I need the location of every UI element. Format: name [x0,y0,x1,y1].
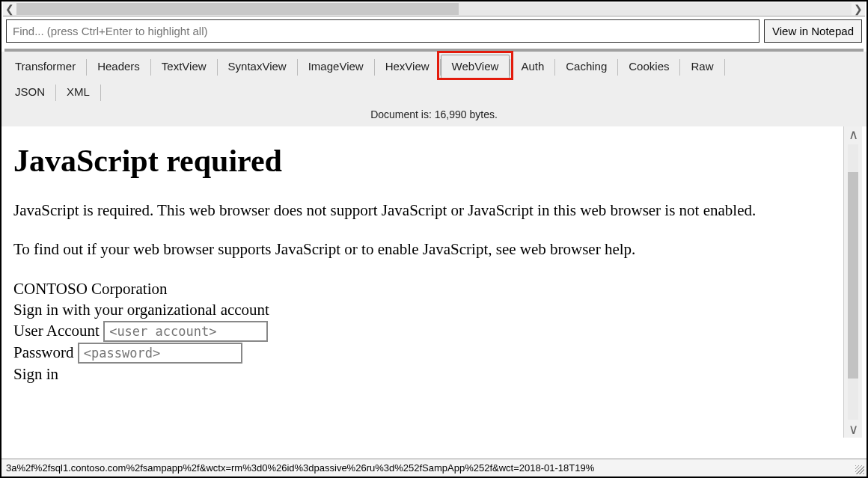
tab-json[interactable]: JSON [4,81,55,104]
js-required-text-1: JavaScript is required. This web browser… [13,200,836,221]
user-account-label: User Account [13,322,100,340]
tab-headers[interactable]: Headers [87,55,150,79]
tab-transformer[interactable]: Transformer [4,55,86,79]
tab-webview[interactable]: WebView [441,55,510,79]
signin-prompt: Sign in with your organizational account [13,299,836,320]
vertical-scrollbar[interactable]: ∧ ∨ [844,126,862,438]
scroll-down-arrow-icon[interactable]: ∨ [845,421,861,438]
tab-separator [100,85,101,101]
corp-name: CONTOSO Corporation [13,278,836,299]
js-required-text-2: To find out if your web browser supports… [13,239,836,260]
password-label: Password [13,343,74,361]
tab-xml[interactable]: XML [56,81,100,104]
tab-hexview[interactable]: HexView [375,55,440,79]
resize-grip-icon[interactable] [855,465,864,474]
scroll-left-arrow-icon[interactable]: ❮ [3,2,16,16]
tab-raw[interactable]: Raw [680,55,724,79]
inspector-tabs: TransformerHeadersTextViewSyntaxViewImag… [1,52,867,104]
document-size-label: Document is: 16,990 bytes. [1,104,867,126]
hscroll-track[interactable] [16,3,852,15]
signin-link[interactable]: Sign in [13,364,836,384]
tab-highlight-box [437,51,514,80]
tab-imageview[interactable]: ImageView [298,55,374,79]
horizontal-scrollbar[interactable]: ❮ ❯ [3,1,865,16]
tab-textview[interactable]: TextView [151,55,217,79]
tab-syntaxview[interactable]: SyntaxView [218,55,297,79]
tab-caching[interactable]: Caching [555,55,617,79]
user-account-field[interactable] [103,321,268,342]
vscroll-track[interactable] [848,144,858,420]
view-in-notepad-button[interactable]: View in Notepad [764,19,862,43]
webview-content: JavaScript required JavaScript is requir… [6,126,844,438]
find-input[interactable] [6,19,760,43]
tab-cookies[interactable]: Cookies [618,55,679,79]
scroll-up-arrow-icon[interactable]: ∧ [845,126,861,143]
tab-separator [724,59,725,76]
tab-auth[interactable]: Auth [510,55,554,79]
page-heading: JavaScript required [13,143,836,179]
status-bar: 3a%2f%2fsql1.contoso.com%2fsampapp%2f&wc… [1,459,867,477]
password-field[interactable] [78,343,242,364]
hscroll-thumb[interactable] [16,3,459,15]
scroll-right-arrow-icon[interactable]: ❯ [852,2,865,16]
vscroll-thumb[interactable] [848,172,858,379]
status-url-text: 3a%2f%2fsql1.contoso.com%2fsampapp%2f&wc… [6,462,594,474]
